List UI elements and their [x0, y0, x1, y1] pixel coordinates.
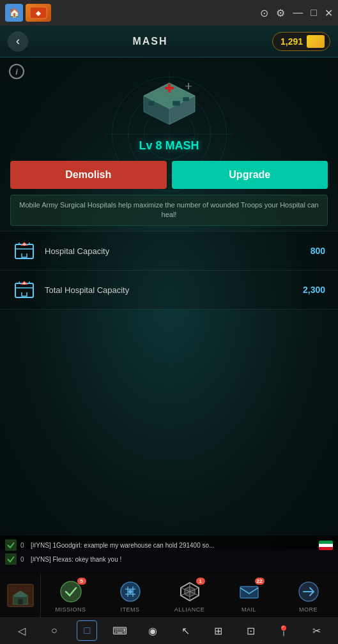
chat-flag-0 — [319, 541, 333, 550]
home-icon[interactable]: 🏠 — [5, 4, 23, 22]
bottom-nav: 5 MISSIONS ITEMS 1 ALLIANCE — [0, 574, 338, 617]
sys-window-btn[interactable]: ⊞ — [208, 620, 228, 641]
nav-badge-mail: 22 — [255, 578, 265, 585]
nav-more-icon-area — [295, 579, 323, 604]
gold-icon — [307, 35, 325, 48]
sys-home-btn[interactable]: ○ — [44, 620, 65, 641]
svg-rect-7 — [173, 101, 180, 106]
nav-item-more[interactable]: MORE — [279, 574, 338, 617]
svg-text:◈: ◈ — [35, 10, 42, 17]
chat-badge-1 — [5, 553, 17, 565]
gold-display: 1,291 — [272, 32, 330, 51]
nav-badge-alliance: 1 — [196, 578, 205, 585]
back-button[interactable]: ‹ — [8, 31, 28, 52]
app-icon: ◈ — [26, 4, 51, 22]
nav-label-alliance: ALLIANCE — [174, 606, 205, 613]
nav-label-missions: MISSIONS — [55, 606, 86, 613]
nav-item-items[interactable]: ITEMS — [100, 574, 160, 617]
info-icon[interactable]: i — [9, 64, 24, 79]
svg-rect-9 — [148, 101, 155, 106]
nav-label-more: MORE — [299, 606, 318, 613]
main-content: i Lv 8 MASH Demo — [0, 57, 338, 549]
building-image — [134, 80, 204, 131]
building-title: Lv 8 MASH — [0, 139, 338, 153]
nav-missions-icon-area: 5 — [57, 579, 85, 604]
description-box: Mobile Army Surgical Hospitals help maxi… — [10, 195, 328, 226]
chat-text-1: [#YNS] Flexas: okey thank you ! — [31, 556, 333, 563]
window-controls: ⊙ ⚙ — □ ✕ — [260, 7, 333, 19]
stat-row-total-capacity: Total Hospital Capacity 2,300 — [0, 271, 338, 310]
stat-row-hospital-capacity: Hospital Capacity 800 — [0, 231, 338, 271]
nav-alliance-icon-area: 1 — [176, 579, 204, 604]
demolish-button[interactable]: Demolish — [10, 161, 167, 189]
nav-label-items: ITEMS — [120, 606, 139, 613]
settings-icon[interactable]: ⊙ — [260, 7, 268, 19]
svg-rect-12 — [15, 244, 33, 258]
total-capacity-icon — [13, 278, 36, 301]
svg-point-30 — [128, 590, 132, 594]
nav-items-icon-area — [116, 579, 144, 604]
svg-rect-23 — [5, 553, 17, 565]
description-text: Mobile Army Surgical Hospitals help maxi… — [19, 200, 319, 220]
chat-text-0: [#YNS] 1Goodgirl: example my warehouse c… — [31, 542, 315, 549]
svg-rect-27 — [18, 599, 22, 604]
nav-item-mail[interactable]: 22 MAIL — [219, 574, 279, 617]
sys-device-btn[interactable]: ⊡ — [241, 620, 261, 641]
nav-item-alliance[interactable]: 1 ALLIANCE — [160, 574, 219, 617]
close-icon[interactable]: ✕ — [325, 7, 333, 19]
maximize-icon[interactable]: □ — [311, 7, 317, 19]
chat-count-0: 0 — [20, 542, 27, 549]
sys-back-btn[interactable]: ◁ — [12, 620, 32, 641]
nav-mail-icon-area: 22 — [235, 579, 263, 604]
action-buttons: Demolish Upgrade — [10, 161, 328, 189]
nav-label-mail: MAIL — [242, 606, 256, 613]
stat-value-0: 800 — [311, 246, 325, 256]
sys-screenshot-btn[interactable]: ✂ — [306, 620, 326, 641]
sys-camera-btn[interactable]: ◉ — [142, 620, 163, 641]
nav-building-icon-area — [6, 583, 35, 608]
system-bar: ◁ ○ □ ⌨ ◉ ↖ ⊞ ⊡ 📍 ✂ — [0, 617, 338, 644]
stat-label-1: Total Hospital Capacity — [45, 285, 294, 295]
sys-app-switcher-btn[interactable]: □ — [77, 620, 97, 641]
nav-badge-missions: 5 — [77, 578, 86, 585]
svg-rect-22 — [5, 539, 17, 551]
gear-icon[interactable]: ⚙ — [276, 7, 285, 19]
sys-keyboard-btn[interactable]: ⌨ — [110, 620, 130, 641]
sys-pointer-btn[interactable]: ↖ — [175, 620, 196, 641]
sys-location-btn[interactable]: 📍 — [273, 620, 294, 641]
stat-value-1: 2,300 — [303, 285, 325, 295]
svg-rect-17 — [15, 283, 33, 297]
minimize-icon[interactable]: — — [293, 7, 303, 19]
chat-line-1: 0 [#YNS] Flexas: okey thank you ! — [5, 552, 333, 566]
hospital-capacity-icon — [13, 239, 36, 262]
stat-label-0: Hospital Capacity — [45, 246, 302, 256]
stats-container: Hospital Capacity 800 Total Hospital Cap… — [0, 231, 338, 310]
chat-count-1: 0 — [20, 556, 27, 563]
svg-rect-36 — [240, 587, 258, 598]
chat-badge-0 — [5, 539, 17, 551]
svg-rect-28 — [61, 581, 81, 602]
title-bar: 🏠 ◈ ⊙ ⚙ — □ ✕ — [0, 0, 338, 26]
building-image-container — [131, 77, 208, 134]
nav-item-building[interactable] — [0, 574, 41, 617]
svg-rect-6 — [168, 84, 171, 93]
upgrade-button[interactable]: Upgrade — [172, 161, 328, 189]
chat-line-0: 0 [#YNS] 1Goodgirl: example my warehouse… — [5, 538, 333, 552]
svg-rect-8 — [183, 97, 189, 101]
screen-title: MASH — [132, 36, 167, 47]
game-header: ‹ MASH 1,291 — [0, 26, 338, 57]
gold-amount: 1,291 — [280, 36, 303, 47]
nav-item-missions[interactable]: 5 MISSIONS — [41, 574, 100, 617]
chat-bar: 0 [#YNS] 1Goodgirl: example my warehouse… — [0, 535, 338, 574]
title-bar-left: 🏠 ◈ — [5, 4, 51, 22]
